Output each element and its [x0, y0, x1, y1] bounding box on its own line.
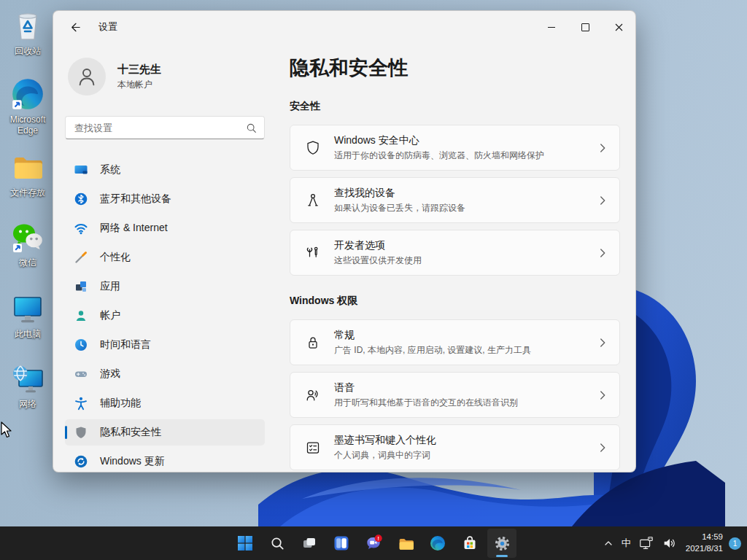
- search-box[interactable]: [65, 116, 265, 139]
- ime-indicator[interactable]: 中: [618, 529, 635, 558]
- card-subtitle: 广告 ID, 本地内容, 应用启动, 设置建议, 生产力工具: [334, 344, 596, 357]
- settings-gear-icon: [493, 534, 511, 553]
- card-developer-options[interactable]: 开发者选项 这些设置仅供开发使用: [290, 230, 620, 276]
- minimize-button[interactable]: [535, 11, 568, 43]
- windows-start-icon: [236, 534, 254, 552]
- chat-icon: !: [364, 534, 383, 553]
- nav-item-windows-update[interactable]: Windows 更新: [65, 448, 265, 472]
- nav-item-network-internet[interactable]: 网络 & Internet: [65, 215, 265, 241]
- nav-item-gaming[interactable]: 游戏: [65, 361, 265, 387]
- file-explorer-icon: [397, 534, 415, 553]
- tray-overflow-button[interactable]: [599, 529, 618, 558]
- network-tray-button[interactable]: [635, 529, 658, 558]
- desktop-icon-network[interactable]: 网络: [4, 362, 51, 410]
- card-title: 查找我的设备: [334, 187, 596, 200]
- desktop-icon-label: 此电脑: [15, 329, 41, 340]
- nav-item-label: 帐户: [100, 309, 120, 322]
- card-inking-typing[interactable]: 墨迹书写和键入个性化 个人词典，词典中的字词: [290, 424, 620, 470]
- card-title: 墨迹书写和键入个性化: [334, 434, 596, 447]
- nav-item-label: 系统: [100, 163, 120, 176]
- nav-item-apps[interactable]: 应用: [65, 273, 265, 300]
- search-button[interactable]: [263, 529, 292, 558]
- desktop-icon-label: 文件存放: [10, 187, 45, 198]
- nav-item-time-language[interactable]: 时间和语言: [65, 332, 265, 358]
- desktop-icon-folder[interactable]: 文件存放: [4, 150, 51, 198]
- apps-icon: [74, 279, 88, 294]
- clock-icon: [74, 338, 88, 352]
- back-arrow-icon: [69, 21, 82, 34]
- card-speech[interactable]: 语音 用于听写和其他基于语音的交互的在线语音识别: [290, 372, 620, 418]
- speech-icon: [303, 386, 322, 404]
- edge-icon: [429, 534, 446, 552]
- taskbar: !: [0, 526, 747, 560]
- window-title: 设置: [98, 20, 117, 34]
- chevron-right-icon: [596, 246, 609, 260]
- nav-item-accounts[interactable]: 帐户: [65, 303, 265, 329]
- folder-icon: [10, 150, 45, 185]
- close-button[interactable]: [602, 11, 635, 43]
- search-input[interactable]: [73, 122, 246, 134]
- nav-item-accessibility[interactable]: 辅助功能: [65, 390, 265, 416]
- desktop-icon-label: 微信: [19, 257, 36, 268]
- find-device-icon: [303, 192, 322, 209]
- desktop-icon-edge[interactable]: Microsoft Edge: [4, 76, 51, 136]
- nav-item-privacy-security[interactable]: 隐私和安全性: [65, 419, 265, 446]
- nav-item-label: 应用: [100, 280, 120, 293]
- section-header-security: 安全性: [290, 98, 620, 113]
- desktop-icon-wechat[interactable]: 微信: [4, 220, 51, 268]
- task-view-button[interactable]: [295, 529, 324, 558]
- page-title: 隐私和安全性: [290, 55, 620, 81]
- notification-center-button[interactable]: 1: [727, 529, 744, 558]
- card-windows-security[interactable]: Windows 安全中心 适用于你的设备的防病毒、浏览器、防火墙和网络保护: [290, 125, 620, 171]
- desktop-icon-this-pc[interactable]: 此电脑: [4, 292, 51, 340]
- desktop-icon-label: 回收站: [15, 46, 41, 57]
- chevron-right-icon: [596, 389, 609, 402]
- nav-item-label: 个性化: [100, 251, 131, 264]
- card-title: Windows 安全中心: [334, 134, 596, 147]
- chevron-right-icon: [596, 194, 609, 207]
- chevron-up-icon: [603, 537, 614, 549]
- nav-item-personalization[interactable]: 个性化: [65, 244, 265, 271]
- account-icon: [74, 308, 88, 323]
- edge-button[interactable]: [423, 529, 452, 558]
- profile-block[interactable]: 十三先生 本地帐户: [68, 58, 265, 96]
- settings-button[interactable]: [487, 529, 516, 558]
- taskbar-center: !: [231, 529, 516, 558]
- microsoft-store-icon: [461, 534, 479, 552]
- volume-tray-button[interactable]: [658, 529, 681, 558]
- settings-window: 设置 十三先生 本地帐户: [53, 10, 636, 472]
- store-button[interactable]: [455, 529, 484, 558]
- file-explorer-button[interactable]: [391, 529, 420, 558]
- person-icon: [76, 66, 98, 88]
- card-title: 开发者选项: [334, 239, 596, 252]
- speaker-icon: [662, 535, 678, 551]
- update-icon: [74, 454, 88, 469]
- settings-sidebar: 十三先生 本地帐户 系统: [53, 43, 272, 472]
- ethernet-network-icon: [638, 535, 654, 551]
- nav-item-label: 游戏: [100, 368, 120, 381]
- ime-label: 中: [622, 537, 631, 550]
- settings-main: 隐私和安全性 安全性 Windows 安全中心 适用于你的设备的防病毒、浏览器、…: [272, 43, 635, 472]
- settings-nav: 系统 蓝牙和其他设备 网络 & Internet: [65, 157, 265, 472]
- desktop-icon-recycle-bin[interactable]: 回收站: [4, 9, 51, 57]
- chevron-right-icon: [596, 441, 609, 454]
- clock[interactable]: 14:59 2021/8/31: [681, 529, 727, 558]
- system-tray: 中 14:59 2021/8/31 1: [599, 526, 744, 560]
- card-find-my-device[interactable]: 查找我的设备 如果认为设备已丢失，请跟踪设备: [290, 177, 620, 223]
- nav-item-label: Windows 更新: [100, 455, 165, 468]
- card-title: 语音: [334, 381, 596, 394]
- nav-item-bluetooth-devices[interactable]: 蓝牙和其他设备: [65, 186, 265, 212]
- widgets-button[interactable]: [327, 529, 356, 558]
- shield-outline-icon: [303, 139, 322, 157]
- chevron-right-icon: [596, 141, 609, 155]
- chat-button[interactable]: !: [359, 529, 388, 558]
- start-button[interactable]: [231, 529, 260, 558]
- maximize-button[interactable]: [568, 11, 602, 43]
- nav-item-system[interactable]: 系统: [65, 157, 265, 183]
- search-icon: [246, 122, 257, 133]
- desktop-icon-label: Microsoft Edge: [4, 114, 51, 136]
- back-button[interactable]: [63, 15, 87, 39]
- card-subtitle: 用于听写和其他基于语音的交互的在线语音识别: [334, 397, 596, 409]
- card-general[interactable]: 常规 广告 ID, 本地内容, 应用启动, 设置建议, 生产力工具: [290, 319, 620, 365]
- avatar: [68, 58, 106, 96]
